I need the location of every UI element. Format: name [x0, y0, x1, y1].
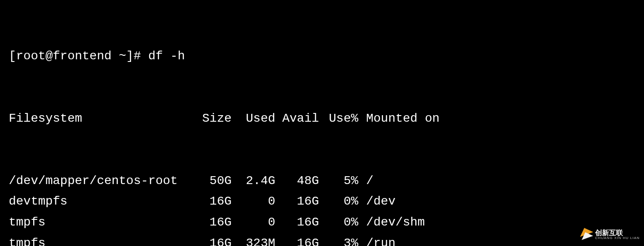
- cell-usepct: 3%: [319, 233, 358, 246]
- header-mount: Mounted on: [358, 108, 440, 129]
- cell-avail: 16G: [275, 191, 319, 212]
- header-size: Size: [188, 108, 232, 129]
- cell-used: 0: [232, 212, 275, 233]
- cell-filesystem: tmpfs: [9, 233, 188, 246]
- header-filesystem: Filesystem: [9, 108, 188, 129]
- cell-size: 16G: [188, 191, 232, 212]
- cell-mount: /: [358, 171, 374, 191]
- header-used: Used: [232, 108, 275, 129]
- watermark-text: 创新互联 CHUANG XIN HU LIAN: [595, 229, 640, 240]
- cell-filesystem: devtmpfs: [9, 191, 188, 212]
- terminal-output[interactable]: [root@frontend ~]# df -h Filesystem Size…: [9, 4, 635, 246]
- watermark: 创新互联 CHUANG XIN HU LIAN: [578, 228, 640, 242]
- cell-mount: /dev/shm: [358, 212, 425, 233]
- cell-avail: 48G: [275, 171, 319, 191]
- cell-used: 323M: [232, 233, 275, 246]
- cell-size: 16G: [188, 212, 232, 233]
- prompt-line: [root@frontend ~]# df -h: [9, 46, 635, 67]
- cell-usepct: 5%: [319, 171, 358, 191]
- watermark-logo-icon: [578, 228, 592, 242]
- cell-usepct: 0%: [319, 191, 358, 212]
- cell-used: 2.4G: [232, 171, 275, 191]
- watermark-cn: 创新互联: [595, 229, 640, 236]
- prompt-user-host: [root@frontend ~]#: [9, 46, 141, 67]
- watermark-en: CHUANG XIN HU LIAN: [595, 236, 640, 240]
- header-avail: Avail: [275, 108, 319, 129]
- table-header-row: Filesystem Size Used Avail Use% Mounted …: [9, 108, 635, 129]
- cell-usepct: 0%: [319, 212, 358, 233]
- cell-mount: /dev: [358, 191, 395, 212]
- table-row: /dev/mapper/centos-root50G2.4G48G5%/: [9, 171, 635, 191]
- cell-size: 50G: [188, 171, 232, 191]
- table-row: tmpfs16G323M16G3%/run: [9, 233, 635, 246]
- header-usepct: Use%: [319, 108, 358, 129]
- table-row: tmpfs16G016G0%/dev/shm: [9, 212, 635, 233]
- cell-size: 16G: [188, 233, 232, 246]
- table-row: devtmpfs16G016G0%/dev: [9, 191, 635, 212]
- cell-avail: 16G: [275, 212, 319, 233]
- prompt-command: df -h: [148, 46, 185, 67]
- cell-used: 0: [232, 191, 275, 212]
- cell-filesystem: /dev/mapper/centos-root: [9, 171, 188, 191]
- table-body: /dev/mapper/centos-root50G2.4G48G5%/devt…: [9, 171, 635, 246]
- cell-mount: /run: [358, 233, 395, 246]
- cell-filesystem: tmpfs: [9, 212, 188, 233]
- cell-avail: 16G: [275, 233, 319, 246]
